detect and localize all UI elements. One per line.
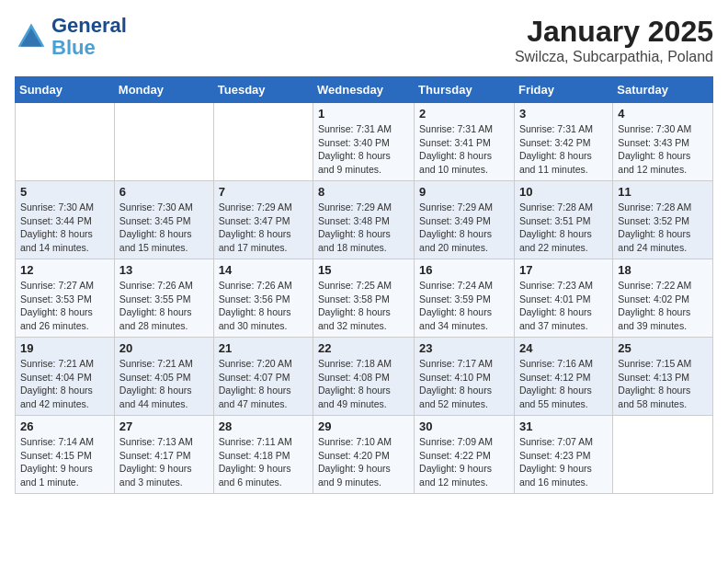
day-info: Sunrise: 7:28 AM Sunset: 3:51 PM Dayligh…	[519, 201, 608, 255]
title-block: January 2025 Swilcza, Subcarpathia, Pola…	[515, 15, 713, 65]
day-cell	[16, 103, 115, 181]
day-info: Sunrise: 7:24 AM Sunset: 3:59 PM Dayligh…	[419, 279, 509, 333]
days-header-row: SundayMondayTuesdayWednesdayThursdayFrid…	[16, 77, 713, 103]
day-header-tuesday: Tuesday	[213, 77, 313, 103]
day-number: 9	[419, 185, 509, 199]
day-number: 17	[519, 263, 608, 277]
day-cell: 25Sunrise: 7:15 AM Sunset: 4:13 PM Dayli…	[613, 338, 713, 416]
day-info: Sunrise: 7:22 AM Sunset: 4:02 PM Dayligh…	[618, 279, 708, 333]
calendar-title: January 2025	[515, 15, 713, 49]
page-header: General Blue January 2025 Swilcza, Subca…	[15, 15, 713, 65]
day-cell: 27Sunrise: 7:13 AM Sunset: 4:17 PM Dayli…	[114, 416, 213, 494]
day-number: 18	[618, 263, 708, 277]
week-row-4: 19Sunrise: 7:21 AM Sunset: 4:04 PM Dayli…	[16, 338, 713, 416]
day-number: 23	[419, 341, 509, 355]
day-info: Sunrise: 7:17 AM Sunset: 4:10 PM Dayligh…	[419, 357, 509, 411]
day-cell: 14Sunrise: 7:26 AM Sunset: 3:56 PM Dayli…	[213, 259, 313, 338]
day-number: 22	[318, 341, 409, 355]
week-row-1: 1Sunrise: 7:31 AM Sunset: 3:40 PM Daylig…	[16, 103, 713, 181]
day-cell: 31Sunrise: 7:07 AM Sunset: 4:23 PM Dayli…	[514, 416, 612, 494]
day-number: 28	[219, 419, 308, 433]
day-cell	[213, 103, 313, 181]
day-info: Sunrise: 7:26 AM Sunset: 3:55 PM Dayligh…	[119, 279, 209, 333]
day-cell: 16Sunrise: 7:24 AM Sunset: 3:59 PM Dayli…	[415, 259, 515, 338]
day-header-monday: Monday	[114, 77, 213, 103]
day-info: Sunrise: 7:28 AM Sunset: 3:52 PM Dayligh…	[618, 201, 708, 255]
day-number: 8	[318, 185, 409, 199]
day-cell: 26Sunrise: 7:14 AM Sunset: 4:15 PM Dayli…	[16, 416, 115, 494]
day-info: Sunrise: 7:27 AM Sunset: 3:53 PM Dayligh…	[20, 279, 109, 333]
day-cell: 24Sunrise: 7:16 AM Sunset: 4:12 PM Dayli…	[514, 338, 612, 416]
day-cell: 8Sunrise: 7:29 AM Sunset: 3:48 PM Daylig…	[313, 181, 415, 259]
day-number: 21	[219, 341, 308, 355]
day-header-friday: Friday	[514, 77, 612, 103]
day-header-wednesday: Wednesday	[313, 77, 415, 103]
day-info: Sunrise: 7:25 AM Sunset: 3:58 PM Dayligh…	[318, 279, 409, 333]
day-cell: 6Sunrise: 7:30 AM Sunset: 3:45 PM Daylig…	[114, 181, 213, 259]
day-info: Sunrise: 7:21 AM Sunset: 4:05 PM Dayligh…	[119, 357, 209, 411]
day-cell: 21Sunrise: 7:20 AM Sunset: 4:07 PM Dayli…	[213, 338, 313, 416]
day-number: 2	[419, 107, 509, 121]
day-number: 30	[419, 419, 509, 433]
day-number: 26	[20, 419, 109, 433]
day-info: Sunrise: 7:18 AM Sunset: 4:08 PM Dayligh…	[318, 357, 409, 411]
day-number: 4	[618, 107, 708, 121]
day-header-thursday: Thursday	[415, 77, 515, 103]
day-cell: 22Sunrise: 7:18 AM Sunset: 4:08 PM Dayli…	[313, 338, 415, 416]
day-info: Sunrise: 7:13 AM Sunset: 4:17 PM Dayligh…	[119, 435, 209, 489]
day-info: Sunrise: 7:29 AM Sunset: 3:47 PM Dayligh…	[219, 201, 308, 255]
day-number: 24	[519, 341, 608, 355]
day-info: Sunrise: 7:26 AM Sunset: 3:56 PM Dayligh…	[219, 279, 308, 333]
day-number: 1	[318, 107, 409, 121]
day-info: Sunrise: 7:20 AM Sunset: 4:07 PM Dayligh…	[219, 357, 308, 411]
day-info: Sunrise: 7:29 AM Sunset: 3:48 PM Dayligh…	[318, 201, 409, 255]
day-cell: 1Sunrise: 7:31 AM Sunset: 3:40 PM Daylig…	[313, 103, 415, 181]
day-cell: 23Sunrise: 7:17 AM Sunset: 4:10 PM Dayli…	[415, 338, 515, 416]
day-cell: 3Sunrise: 7:31 AM Sunset: 3:42 PM Daylig…	[514, 103, 612, 181]
day-cell: 13Sunrise: 7:26 AM Sunset: 3:55 PM Dayli…	[114, 259, 213, 338]
logo-text: General Blue	[51, 15, 127, 59]
day-info: Sunrise: 7:31 AM Sunset: 3:42 PM Dayligh…	[519, 122, 608, 177]
day-cell: 28Sunrise: 7:11 AM Sunset: 4:18 PM Dayli…	[213, 416, 313, 494]
week-row-5: 26Sunrise: 7:14 AM Sunset: 4:15 PM Dayli…	[16, 416, 713, 494]
day-number: 25	[618, 341, 708, 355]
day-info: Sunrise: 7:14 AM Sunset: 4:15 PM Dayligh…	[20, 435, 109, 489]
day-info: Sunrise: 7:09 AM Sunset: 4:22 PM Dayligh…	[419, 435, 509, 489]
day-number: 29	[318, 419, 409, 433]
day-cell: 12Sunrise: 7:27 AM Sunset: 3:53 PM Dayli…	[16, 259, 115, 338]
day-number: 10	[519, 185, 608, 199]
day-info: Sunrise: 7:10 AM Sunset: 4:20 PM Dayligh…	[318, 435, 409, 489]
day-cell	[613, 416, 713, 494]
day-number: 31	[519, 419, 608, 433]
day-header-sunday: Sunday	[16, 77, 115, 103]
day-cell: 10Sunrise: 7:28 AM Sunset: 3:51 PM Dayli…	[514, 181, 612, 259]
day-number: 13	[119, 263, 209, 277]
day-info: Sunrise: 7:11 AM Sunset: 4:18 PM Dayligh…	[219, 435, 308, 489]
calendar-table: SundayMondayTuesdayWednesdayThursdayFrid…	[15, 76, 713, 494]
day-info: Sunrise: 7:31 AM Sunset: 3:41 PM Dayligh…	[419, 122, 509, 177]
day-cell: 17Sunrise: 7:23 AM Sunset: 4:01 PM Dayli…	[514, 259, 612, 338]
logo: General Blue	[15, 15, 127, 59]
week-row-3: 12Sunrise: 7:27 AM Sunset: 3:53 PM Dayli…	[16, 259, 713, 338]
day-number: 15	[318, 263, 409, 277]
day-cell: 19Sunrise: 7:21 AM Sunset: 4:04 PM Dayli…	[16, 338, 115, 416]
day-info: Sunrise: 7:16 AM Sunset: 4:12 PM Dayligh…	[519, 357, 608, 411]
day-cell: 2Sunrise: 7:31 AM Sunset: 3:41 PM Daylig…	[415, 103, 515, 181]
logo-line2: Blue	[51, 37, 127, 59]
day-info: Sunrise: 7:30 AM Sunset: 3:43 PM Dayligh…	[618, 122, 708, 177]
day-cell: 30Sunrise: 7:09 AM Sunset: 4:22 PM Dayli…	[415, 416, 515, 494]
calendar-subtitle: Swilcza, Subcarpathia, Poland	[515, 49, 713, 65]
day-number: 6	[119, 185, 209, 199]
day-info: Sunrise: 7:23 AM Sunset: 4:01 PM Dayligh…	[519, 279, 608, 333]
day-cell: 15Sunrise: 7:25 AM Sunset: 3:58 PM Dayli…	[313, 259, 415, 338]
day-cell: 7Sunrise: 7:29 AM Sunset: 3:47 PM Daylig…	[213, 181, 313, 259]
day-header-saturday: Saturday	[613, 77, 713, 103]
day-cell: 20Sunrise: 7:21 AM Sunset: 4:05 PM Dayli…	[114, 338, 213, 416]
day-cell: 4Sunrise: 7:30 AM Sunset: 3:43 PM Daylig…	[613, 103, 713, 181]
day-cell: 11Sunrise: 7:28 AM Sunset: 3:52 PM Dayli…	[613, 181, 713, 259]
logo-icon	[15, 20, 48, 53]
day-number: 3	[519, 107, 608, 121]
day-info: Sunrise: 7:21 AM Sunset: 4:04 PM Dayligh…	[20, 357, 109, 411]
day-info: Sunrise: 7:07 AM Sunset: 4:23 PM Dayligh…	[519, 435, 608, 489]
day-number: 19	[20, 341, 109, 355]
